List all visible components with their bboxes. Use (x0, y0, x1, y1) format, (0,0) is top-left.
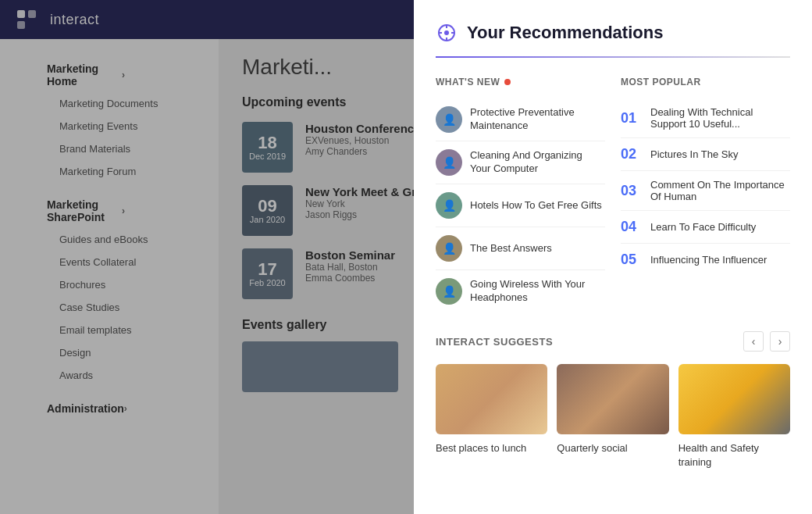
news-text-1: Protective Preventative Maintenance (470, 106, 605, 133)
suggests-grid: Best places to lunch Quarterly social He… (436, 364, 790, 469)
popular-text-3: Comment On The Importance Of Human (650, 179, 790, 202)
two-column-layout: What's New 👤 Protective Preventative Mai… (436, 77, 790, 312)
suggest-label-2: Quarterly social (557, 442, 627, 454)
popular-num-2: 02 (621, 146, 643, 162)
prev-arrow[interactable]: ‹ (743, 331, 764, 352)
news-text-4: The Best Answers (470, 242, 552, 255)
news-item-4[interactable]: 👤 The Best Answers (436, 227, 605, 270)
svg-point-4 (444, 30, 449, 35)
news-avatar-4: 👤 (436, 235, 462, 262)
news-text-5: Going Wireless With Your Headphones (470, 278, 605, 305)
next-arrow[interactable]: › (770, 331, 790, 352)
news-avatar-1: 👤 (436, 106, 462, 133)
news-text-3: Hotels How To Get Free Gifts (470, 199, 602, 212)
most-popular-column: Most Popular 01 Dealing With Technical S… (621, 77, 790, 312)
recommendations-icon (436, 22, 458, 44)
suggest-label-3: Health and Safety training (678, 442, 759, 468)
popular-item-2[interactable]: 02 Pictures In The Sky (621, 138, 790, 171)
popular-item-3[interactable]: 03 Comment On The Importance Of Human (621, 171, 790, 211)
nav-arrows: ‹ › (743, 331, 790, 352)
suggest-image-1 (436, 364, 547, 434)
news-avatar-5: 👤 (436, 278, 462, 305)
panel-header: Your Recommendations (436, 22, 790, 44)
news-text-2: Cleaning And Organizing Your Computer (470, 149, 605, 176)
panel-divider (436, 56, 790, 58)
red-dot-indicator (504, 79, 511, 85)
popular-num-1: 01 (621, 110, 643, 127)
popular-text-2: Pictures In The Sky (650, 148, 738, 160)
suggests-header: Interact Suggests ‹ › (436, 331, 790, 352)
popular-item-1[interactable]: 01 Dealing With Technical Support 10 Use… (621, 98, 790, 138)
suggest-card-3[interactable]: Health and Safety training (678, 364, 790, 469)
suggest-card-1[interactable]: Best places to lunch (436, 364, 547, 469)
news-item-1[interactable]: 👤 Protective Preventative Maintenance (436, 98, 605, 141)
popular-text-1: Dealing With Technical Support 10 Useful… (650, 106, 790, 130)
news-avatar-3: 👤 (436, 192, 462, 219)
popular-num-5: 05 (621, 252, 643, 268)
popular-num-4: 04 (621, 219, 643, 235)
whats-new-heading: What's New (436, 77, 605, 87)
suggest-label-1: Best places to lunch (436, 442, 526, 454)
suggest-image-3 (678, 364, 790, 434)
suggest-image-2 (557, 364, 668, 434)
popular-item-5[interactable]: 05 Influencing The Influencer (621, 244, 790, 276)
news-item-5[interactable]: 👤 Going Wireless With Your Headphones (436, 270, 605, 312)
popular-text-5: Influencing The Influencer (650, 254, 767, 266)
most-popular-heading: Most Popular (621, 77, 790, 87)
recommendations-panel: Your Recommendations What's New 👤 Protec… (414, 0, 812, 514)
news-item-3[interactable]: 👤 Hotels How To Get Free Gifts (436, 184, 605, 227)
popular-text-4: Learn To Face Difficulty (650, 221, 756, 233)
whats-new-column: What's New 👤 Protective Preventative Mai… (436, 77, 605, 312)
suggests-section: Interact Suggests ‹ › Best places to lun… (436, 331, 790, 469)
suggests-title: Interact Suggests (436, 336, 553, 348)
suggest-card-2[interactable]: Quarterly social (557, 364, 668, 469)
news-avatar-2: 👤 (436, 149, 462, 176)
popular-num-3: 03 (621, 183, 643, 199)
popular-item-4[interactable]: 04 Learn To Face Difficulty (621, 211, 790, 244)
panel-title: Your Recommendations (467, 23, 663, 43)
news-item-2[interactable]: 👤 Cleaning And Organizing Your Computer (436, 141, 605, 184)
